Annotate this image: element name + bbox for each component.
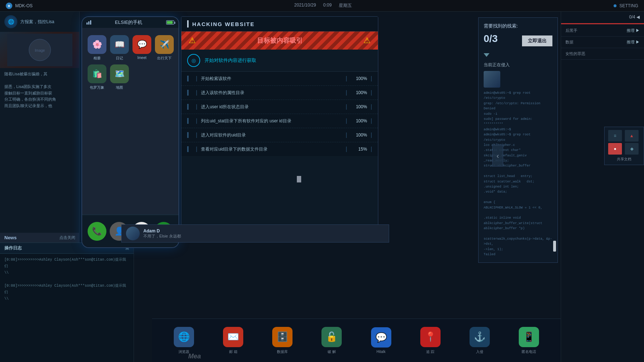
dock-phone-icon: 📞	[88, 222, 106, 241]
news-close-button[interactable]: 点击关闭	[59, 235, 75, 240]
topbar-center: 2021/10/29 0:09 星期五	[294, 3, 352, 9]
anon-call-label: 匿名电话	[522, 349, 536, 354]
imeet-label: Imeet	[137, 56, 146, 60]
os-logo: ◈	[6, 3, 12, 9]
track-label: 追 踪	[426, 349, 434, 354]
left-story-text: 方报案，指控Lisa	[20, 19, 54, 25]
right-backstage-label: 后黑手	[565, 28, 577, 33]
task-item-2: | 进入该软件的属性目录 | 100% |	[181, 86, 378, 100]
task-text-3: 进入user id所在状态目录	[201, 104, 342, 110]
phone-app-map[interactable]: 🗺️ 地图	[110, 64, 129, 90]
toolbar-app-crack[interactable]: 🔓 破 解	[321, 327, 342, 354]
phone-app-imeet[interactable]: 💬 Imeet	[132, 35, 151, 61]
phone-overlay: ELSIE的手机 🌸 相册 📖 日记 💬 Imeet ✈️ 出行天下 🛍️ 包罗…	[81, 16, 179, 248]
op-log-content: [0:08]>>>>>>>>>>Ashley Clayson(Ash***son…	[0, 254, 134, 362]
hack-title: HACKING WEBSITE	[192, 21, 255, 27]
infiltrate-label: 当前正在侵入	[484, 62, 552, 68]
clue-exit-button[interactable]: 立即退出	[522, 35, 552, 46]
setting-label[interactable]: SETTING	[619, 3, 638, 8]
log-line-4: \\	[4, 296, 129, 302]
database-label: 数据库	[277, 349, 288, 354]
task-bar-2	[187, 90, 189, 96]
toolbar-app-database[interactable]: 🗄️ 数据库	[272, 327, 292, 354]
phone-app-travel[interactable]: ✈️ 出行天下	[155, 35, 174, 61]
hack-title-indicator	[187, 20, 189, 28]
toolbar-app-mail[interactable]: ✉️ 邮 箱	[223, 327, 243, 354]
topbar-right: SETTING	[614, 3, 638, 8]
task-text-1: 开始检索该软件	[201, 76, 342, 82]
toolbar-app-anon-call[interactable]: 📱 匿名电话	[519, 327, 539, 354]
map-icon: 🗺️	[110, 64, 129, 83]
clue-panel: 需要找到的线索: 0/3 立即退出 当前正在侵入 admin@wks05:~$ …	[478, 17, 558, 263]
toolbar-app-hitalk[interactable]: 💬 Hitalk	[371, 327, 391, 354]
chat-popup: Adam D 不用了，Elsie 永远都	[121, 224, 389, 243]
shop-label: 包罗万象	[90, 85, 104, 90]
right-item-crime: 女性的罪恶	[561, 48, 644, 60]
shared-icon-grid: ≡ ▲ ● ◆	[608, 130, 640, 155]
album-icon: 🌸	[88, 35, 106, 54]
signal-bar-1	[87, 22, 88, 25]
progress-section: ◎ 开始对软件内容进行获取	[181, 50, 378, 72]
cursor-indicator	[297, 176, 301, 182]
task-bar-1	[187, 76, 189, 81]
filter-icon	[484, 53, 489, 57]
chat-avatar	[126, 227, 140, 240]
task-bar-4	[187, 118, 189, 124]
hack-title-bar: HACKING WEBSITE	[181, 17, 378, 31]
browser-label: 浏览器	[178, 349, 189, 354]
progress-label: 开始对软件内容进行获取	[205, 57, 256, 64]
diary-label: 日记	[116, 56, 123, 61]
toolbar-app-browser[interactable]: 🌐 浏览器	[174, 327, 194, 354]
mail-icon: ✉️	[223, 327, 243, 347]
database-icon: 🗄️	[272, 327, 292, 347]
album-label: 相册	[93, 56, 101, 61]
right-backstage-value[interactable]: 推理 ▶	[627, 28, 640, 33]
task-bar-6	[187, 146, 189, 152]
phone-app-diary[interactable]: 📖 日记	[110, 35, 129, 61]
task-list: | 开始检索该软件 | 100% | | 进入该软件的属性目录 | 100% |…	[181, 72, 378, 156]
clue-counter: 0/3	[484, 33, 498, 45]
status-dot	[614, 4, 616, 7]
crack-icon: 🔓	[321, 327, 342, 347]
right-panel: 0/4 ◀ 后黑手 推理 ▶ 数据 推理 ▶ 女性的罪恶	[561, 12, 644, 362]
watermark-text: Mea	[188, 353, 201, 360]
story-line-1: 随着Lisa被爆出骗婚，其	[4, 71, 75, 77]
phone-app-shop[interactable]: 🛍️ 包罗万象	[88, 64, 106, 90]
shared-icon-4: ◆	[625, 143, 639, 155]
story-line-2: 据悉，Lisa团队实施了多次	[4, 84, 75, 90]
task-item-5: | 进入对应软件的uid目录 | 100% |	[181, 128, 378, 142]
task-pct-6: 15%	[351, 147, 367, 152]
anon-call-icon: 📱	[519, 327, 539, 347]
shared-icon-1: ≡	[608, 130, 622, 142]
clue-scrollbar[interactable]	[553, 241, 556, 252]
dock-app-phone[interactable]: 📞	[88, 222, 106, 241]
left-content: 随着Lisa被爆出骗婚，其 据悉，Lisa团队实施了多次 接触目标一直到威胁目标…	[0, 68, 79, 112]
task-pct-5: 100%	[351, 132, 367, 138]
right-data-value[interactable]: 推理 ▶	[627, 39, 640, 45]
diary-icon: 📖	[110, 35, 129, 54]
topbar-day: 星期五	[339, 3, 352, 9]
travel-icon: ✈️	[155, 35, 174, 54]
task-item-1: | 开始检索该软件 | 100% |	[181, 72, 378, 86]
task-text-4: 列出uid_stat目录下所有软件对应的 user id目录	[201, 118, 342, 124]
hitalk-icon: 💬	[371, 327, 391, 348]
hitalk-label: Hitalk	[376, 350, 386, 354]
task-item-6: | 查看对应uid目录下的数据文件目录 | 15% |	[181, 142, 378, 156]
svg-text:Image: Image	[35, 49, 45, 52]
progress-icon: ◎	[187, 54, 200, 67]
left-panel-header: 🌐 方报案，指控Lisa	[0, 12, 79, 32]
os-title: MDK-OS	[15, 3, 33, 8]
battery-fill	[167, 21, 173, 24]
task-text-2: 进入该软件的属性目录	[201, 90, 342, 96]
task-item-4: | 列出uid_stat目录下所有软件对应的 user id目录 | 100% …	[181, 114, 378, 128]
toolbar-app-hack[interactable]: ⚓ 入侵	[470, 327, 490, 354]
warning-icon-right: ⚠	[363, 36, 371, 45]
phone-app-album[interactable]: 🌸 相册	[88, 35, 106, 61]
task-text-6: 查看对应uid目录下的数据文件目录	[201, 146, 342, 152]
task-pct-2: 100%	[351, 90, 367, 95]
nav-arrow-left[interactable]: ‹	[492, 145, 503, 167]
task-text-5: 进入对应软件的uid目录	[201, 132, 342, 138]
travel-label: 出行天下	[157, 56, 172, 61]
chat-name: Adam D	[143, 228, 181, 233]
toolbar-app-track[interactable]: 📍 追 踪	[420, 327, 441, 354]
